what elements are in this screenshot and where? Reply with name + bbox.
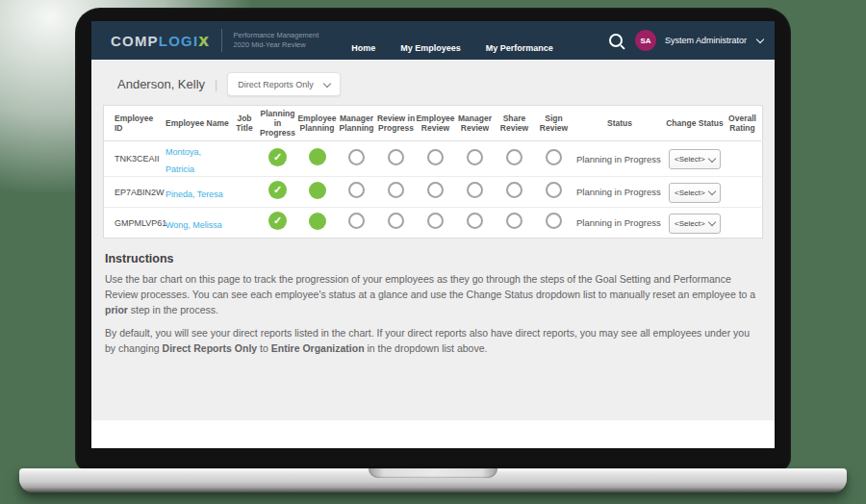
col-status: Status [573, 106, 666, 141]
step-indicator [506, 213, 522, 229]
step-indicator [427, 182, 444, 198]
toolbar: Anderson, Kelly | Direct Reports Only [91, 60, 775, 96]
user-menu[interactable]: System Administrator [665, 36, 747, 45]
employee-id: EP7ABIN2W [104, 177, 160, 208]
complogix-logo: COMPLOGIX [111, 33, 210, 49]
main-nav: Home My Employees My Performance [351, 43, 553, 60]
table-row: GMPMLVP61 Wong, Melissa Planning in P [104, 208, 761, 239]
col-job-title: Job Title [231, 106, 258, 141]
header-right: SA System Administrator [609, 30, 763, 51]
laptop-notch [369, 468, 497, 478]
header-divider [221, 29, 222, 52]
job-title-cell [231, 208, 258, 239]
scope-filter-value: Direct Reports Only [238, 80, 314, 89]
col-employee-review: Employee Review [416, 106, 455, 141]
col-change-status: Change Status [666, 106, 724, 141]
col-sign-review: Sign Review [534, 106, 573, 141]
job-title-cell [231, 177, 258, 208]
col-planning-in-progress: Planning in Progress [258, 106, 297, 141]
col-employee-planning: Employee Planning [297, 106, 337, 141]
step-indicator [506, 182, 522, 198]
search-icon[interactable] [609, 34, 623, 47]
avatar[interactable]: SA [635, 30, 656, 51]
toolbar-separator: | [215, 78, 217, 91]
chevron-down-icon [323, 79, 331, 87]
step-indicator [348, 149, 365, 165]
step-indicator [467, 149, 483, 165]
page-background: COMPLOGIX Performance Management 2020 Mi… [0, 0, 866, 504]
step-indicator [388, 182, 404, 198]
step-indicator [348, 213, 365, 229]
app-subtitle: Performance Management 2020 Mid-Year Rev… [234, 31, 319, 51]
step-indicator [309, 182, 326, 199]
step-indicator [268, 181, 287, 199]
status-text: Planning in Progress [573, 177, 666, 208]
laptop-base [19, 468, 847, 492]
step-indicator [348, 182, 365, 198]
employee-status-table: Employee ID Employee Name Job Title Plan… [104, 106, 761, 238]
app-header: COMPLOGIX Performance Management 2020 Mi… [91, 21, 775, 60]
step-indicator [309, 213, 326, 230]
overall-rating-cell [724, 208, 761, 239]
table-row: EP7ABIN2W Pineda, Teresa Planning in [104, 177, 761, 208]
overall-rating-cell [724, 177, 761, 208]
nav-my-employees[interactable]: My Employees [400, 43, 461, 53]
change-status-select[interactable]: <Select> [669, 149, 721, 169]
employee-name-link[interactable]: Wong, Melissa [166, 220, 222, 230]
col-review-in-progress: Review in Progress [376, 106, 416, 141]
col-manager-review: Manager Review [455, 106, 495, 141]
manager-name: Anderson, Kelly [117, 77, 205, 91]
status-text: Planning in Progress [573, 141, 666, 177]
step-indicator [427, 149, 444, 165]
status-text: Planning in Progress [573, 208, 666, 239]
scope-filter-dropdown[interactable]: Direct Reports Only [227, 72, 341, 96]
laptop-screen: COMPLOGIX Performance Management 2020 Mi… [91, 21, 775, 448]
nav-my-performance[interactable]: My Performance [486, 43, 553, 53]
chevron-down-icon [708, 154, 716, 162]
instructions-paragraph-1: Use the bar chart on this page to track … [105, 272, 761, 317]
subtitle-line2: 2020 Mid-Year Review [234, 40, 319, 51]
table-header-row: Employee ID Employee Name Job Title Plan… [104, 106, 761, 141]
col-employee-id: Employee ID [104, 106, 160, 141]
step-indicator [546, 182, 562, 198]
step-indicator [506, 149, 522, 165]
employee-status-table-card: Employee ID Employee Name Job Title Plan… [103, 105, 763, 239]
change-status-select[interactable]: <Select> [669, 214, 721, 234]
nav-home[interactable]: Home [351, 43, 375, 53]
chevron-down-icon [708, 218, 716, 226]
employee-name-link[interactable]: Montoya, Patricia [166, 147, 201, 174]
col-overall-rating: Overall Rating [724, 106, 761, 141]
subtitle-line1: Performance Management [234, 31, 319, 41]
instructions-title: Instructions [105, 252, 761, 265]
step-indicator [427, 213, 444, 229]
step-indicator [268, 212, 287, 230]
col-share-review: Share Review [495, 106, 534, 141]
employee-name-link[interactable]: Pineda, Teresa [166, 189, 223, 199]
instructions-section: Instructions Use the bar chart on this p… [91, 239, 775, 357]
col-employee-name: Employee Name [160, 106, 231, 141]
step-indicator [467, 213, 483, 229]
change-status-select[interactable]: <Select> [669, 183, 721, 203]
step-indicator [309, 148, 326, 165]
step-indicator [546, 213, 562, 229]
instructions-paragraph-2: By default, you will see your direct rep… [105, 326, 761, 357]
step-indicator [546, 149, 562, 165]
table-row: TNK3CEAII Montoya, Patricia Planning [104, 141, 761, 177]
employee-id: TNK3CEAII [104, 141, 160, 177]
page-content: Anderson, Kelly | Direct Reports Only [91, 60, 775, 420]
col-manager-planning: Manager Planning [337, 106, 376, 141]
step-indicator [388, 213, 404, 229]
step-indicator [467, 182, 483, 198]
job-title-cell [231, 141, 258, 177]
chevron-down-icon[interactable] [756, 36, 764, 43]
employee-id: GMPMLVP61 [104, 208, 160, 239]
overall-rating-cell [724, 141, 761, 177]
step-indicator [268, 148, 287, 166]
chevron-down-icon [708, 188, 716, 195]
step-indicator [388, 149, 404, 165]
